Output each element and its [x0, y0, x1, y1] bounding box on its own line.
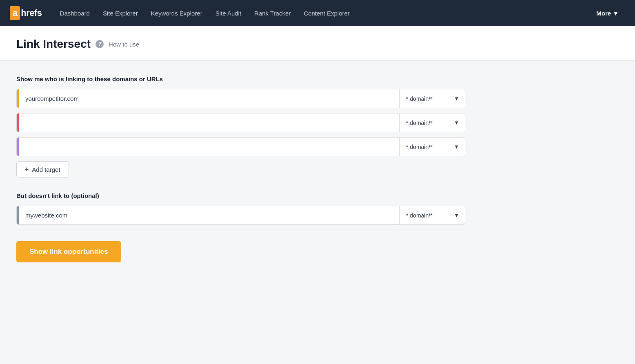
how-to-use-link[interactable]: How to use [109, 41, 139, 48]
help-icon[interactable]: ? [95, 40, 104, 48]
exclude-select-wrap-1[interactable]: *.domain/* domain/* *.domain domain exac… [400, 206, 465, 224]
more-label: More [596, 10, 611, 17]
nav-item-dashboard[interactable]: Dashboard [53, 0, 96, 26]
nav-item-rank-tracker[interactable]: Rank Tracker [248, 0, 297, 26]
nav-item-site-explorer[interactable]: Site Explorer [96, 0, 144, 26]
nav-item-site-audit[interactable]: Site Audit [209, 0, 248, 26]
target-select-wrap-3[interactable]: *.domain/* domain/* *.domain domain exac… [400, 138, 465, 156]
target-select-3[interactable]: *.domain/* domain/* *.domain domain exac… [406, 144, 458, 150]
chevron-down-icon: ▼ [613, 10, 619, 17]
section1-label: Show me who is linking to these domains … [16, 75, 473, 82]
section2: But doesn't link to (optional) *.domain/… [16, 192, 473, 225]
add-target-label: Add target [32, 166, 60, 173]
logo-text: hrefs [21, 8, 42, 18]
page-title: Link Intersect [16, 38, 91, 51]
exclude-input-1[interactable] [19, 206, 399, 224]
nav-item-content-explorer[interactable]: Content Explorer [297, 0, 356, 26]
target-input-2[interactable] [19, 113, 399, 132]
section2-label: But doesn't link to (optional) [16, 192, 473, 199]
target-select-wrap-2[interactable]: *.domain/* domain/* *.domain domain exac… [400, 113, 465, 132]
show-link-opportunities-button[interactable]: Show link opportunities [16, 241, 121, 262]
nav-item-more[interactable]: More ▼ [590, 0, 625, 26]
logo-icon: a [10, 6, 20, 20]
navbar: a hrefs Dashboard Site Explorer Keywords… [0, 0, 635, 26]
target-input-row-3: *.domain/* domain/* *.domain domain exac… [16, 137, 465, 156]
nav-item-keywords-explorer[interactable]: Keywords Explorer [144, 0, 209, 26]
page-header: Link Intersect ? How to use [0, 26, 635, 61]
target-input-row-1: *.domain/* domain/* *.domain domain exac… [16, 89, 465, 108]
main-content: Show me who is linking to these domains … [0, 61, 490, 277]
add-target-button[interactable]: + Add target [16, 161, 69, 178]
logo[interactable]: a hrefs [10, 6, 42, 20]
target-input-3[interactable] [19, 138, 399, 156]
plus-icon: + [25, 166, 29, 173]
target-input-row-2: *.domain/* domain/* *.domain domain exac… [16, 113, 465, 132]
target-select-wrap-1[interactable]: *.domain/* domain/* *.domain domain exac… [400, 89, 465, 108]
target-input-1[interactable] [19, 89, 399, 108]
exclude-select-1[interactable]: *.domain/* domain/* *.domain domain exac… [406, 212, 458, 219]
exclude-input-row-1: *.domain/* domain/* *.domain domain exac… [16, 206, 465, 225]
target-select-1[interactable]: *.domain/* domain/* *.domain domain exac… [406, 95, 458, 102]
target-select-2[interactable]: *.domain/* domain/* *.domain domain exac… [406, 120, 458, 126]
